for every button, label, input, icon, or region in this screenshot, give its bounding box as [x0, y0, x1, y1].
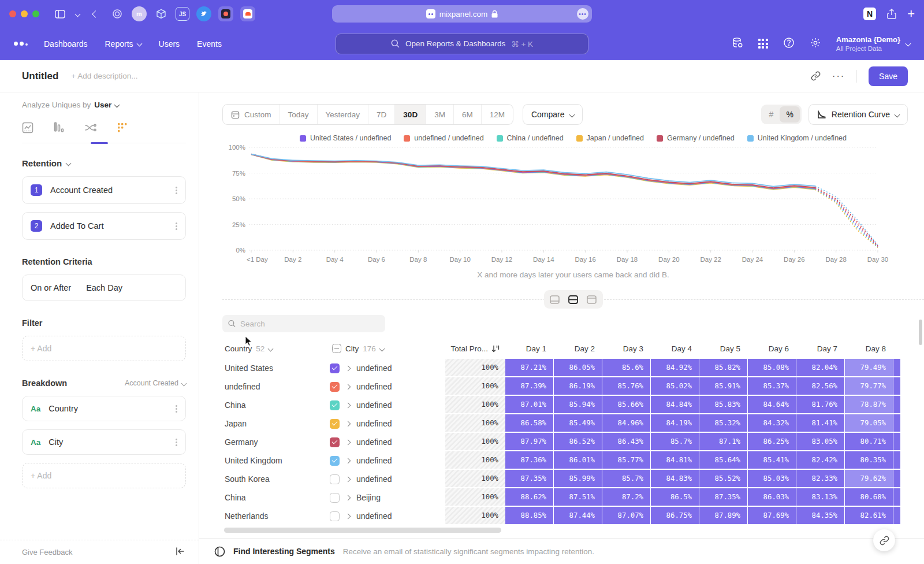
table-row[interactable]: ChinaBeijing100%88.62%87.51%87.2%86.5%87… — [222, 488, 907, 507]
country-column-header[interactable]: Country 52 — [222, 344, 330, 353]
mixpanel-logo[interactable] — [14, 42, 28, 46]
retention-value-cell[interactable]: 85.41% — [748, 451, 796, 470]
extension-icon-bird[interactable] — [196, 6, 211, 21]
table-row[interactable]: Netherlandsundefined100%88.85%87.44%87.0… — [222, 507, 907, 525]
date-range-7d[interactable]: 7D — [368, 105, 395, 124]
breakdown-options-icon[interactable] — [176, 408, 177, 410]
retention-value-cell[interactable]: 86.75% — [651, 507, 699, 525]
add-breakdown-button[interactable]: + Add — [22, 463, 186, 488]
save-button[interactable]: Save — [869, 66, 908, 86]
copy-link-icon[interactable] — [811, 71, 821, 81]
extension-icon-soundcloud[interactable] — [240, 6, 255, 21]
retention-value-cell[interactable]: 85.64% — [699, 451, 748, 470]
step-options-icon[interactable] — [176, 190, 177, 191]
retention-value-cell[interactable]: 85.76% — [602, 377, 651, 396]
retention-value-cell[interactable]: 86.05% — [554, 359, 602, 377]
retention-value-cell[interactable]: 85.66% — [602, 396, 651, 414]
retention-value-cell[interactable]: 80.68% — [845, 488, 893, 507]
retention-value-cell[interactable]: 86.25% — [748, 433, 796, 451]
legend-item[interactable]: undefined / undefined — [404, 134, 483, 142]
tab-funnels[interactable] — [53, 122, 65, 136]
day-column-header[interactable]: Day 7 — [796, 344, 845, 353]
retention-value-cell[interactable]: 85.32% — [699, 414, 748, 433]
day-column-header[interactable]: Day 5 — [699, 344, 748, 353]
expand-row-icon[interactable] — [345, 476, 351, 482]
date-range-3m[interactable]: 3M — [426, 105, 454, 124]
extension-icon-patreon[interactable] — [218, 6, 233, 21]
legend-item[interactable]: Japan / undefined — [576, 134, 644, 142]
retention-value-cell[interactable]: 85.03% — [748, 470, 796, 488]
retention-value-cell[interactable]: 81.76% — [796, 396, 845, 414]
notion-extension-icon[interactable]: N — [863, 8, 876, 20]
collapse-sidebar-icon[interactable] — [176, 547, 185, 557]
criteria-mode[interactable]: On or After — [31, 283, 71, 292]
expand-row-icon[interactable] — [345, 439, 351, 445]
retention-value-cell[interactable]: 86.58% — [505, 414, 554, 433]
select-all-checkbox[interactable] — [332, 344, 341, 353]
retention-value-cell[interactable]: 87.97% — [505, 433, 554, 451]
horizontal-scrollbar[interactable] — [224, 528, 501, 533]
zoom-window-button[interactable] — [32, 10, 39, 17]
sidebar-toggle-icon[interactable] — [55, 10, 65, 18]
retention-value-cell[interactable]: 85.94% — [554, 396, 602, 414]
date-range-12m[interactable]: 12M — [482, 105, 513, 124]
table-row[interactable]: United Statesundefined100%87.21%86.05%85… — [222, 359, 907, 377]
more-options-icon[interactable]: ··· — [832, 71, 845, 81]
retention-value-cell[interactable]: 87.2% — [602, 488, 651, 507]
retention-value-cell[interactable]: 85.02% — [651, 377, 699, 396]
apps-grid-icon[interactable] — [758, 39, 768, 49]
retention-value-cell[interactable]: 85.83% — [699, 396, 748, 414]
retention-section-title[interactable]: Retention — [22, 158, 62, 168]
extension-icon-js[interactable]: JS — [176, 7, 189, 21]
back-button[interactable] — [93, 12, 98, 17]
retention-value-cell[interactable]: 87.21% — [505, 359, 554, 377]
retention-value-cell[interactable]: 80.35% — [845, 451, 893, 470]
retention-value-cell[interactable]: 84.83% — [651, 470, 699, 488]
table-row[interactable]: Japanundefined100%86.58%85.49%84.96%84.1… — [222, 414, 907, 433]
retention-value-cell[interactable]: 79.77% — [845, 377, 893, 396]
retention-value-cell[interactable]: 84.81% — [651, 451, 699, 470]
retention-value-cell[interactable]: 86.5% — [651, 488, 699, 507]
retention-value-cell[interactable]: 87.36% — [505, 451, 554, 470]
day-column-header[interactable]: Day 3 — [602, 344, 651, 353]
legend-item[interactable]: United Kingdom / undefined — [747, 134, 847, 142]
nav-item-dashboards[interactable]: Dashboards — [44, 39, 88, 49]
tab-flows[interactable] — [84, 122, 97, 136]
give-feedback-link[interactable]: Give Feedback — [22, 548, 72, 556]
compare-button[interactable]: Compare — [523, 104, 583, 125]
retention-value-cell[interactable]: 84.32% — [748, 414, 796, 433]
day-column-header[interactable]: Day 8 — [845, 344, 893, 353]
row-checkbox[interactable] — [330, 493, 340, 503]
settings-gear-icon[interactable] — [810, 37, 821, 51]
expand-row-icon[interactable] — [345, 458, 351, 463]
count-toggle[interactable]: # — [763, 106, 780, 123]
retention-value-cell[interactable]: 84.64% — [748, 396, 796, 414]
retention-value-cell[interactable]: 85.7% — [651, 433, 699, 451]
row-checkbox[interactable] — [330, 511, 340, 521]
retention-value-cell[interactable]: 85.08% — [748, 359, 796, 377]
retention-value-cell[interactable]: 86.01% — [554, 451, 602, 470]
close-window-button[interactable] — [9, 10, 16, 17]
table-row[interactable]: South Koreaundefined100%87.35%85.99%85.7… — [222, 470, 907, 488]
add-description-placeholder[interactable]: + Add description... — [71, 72, 137, 80]
legend-item[interactable]: United States / undefined — [300, 134, 391, 142]
date-range-6m[interactable]: 6M — [454, 105, 482, 124]
help-icon[interactable] — [783, 37, 795, 51]
tab-chevron-icon[interactable] — [76, 12, 80, 16]
retention-value-cell[interactable]: 85.91% — [699, 377, 748, 396]
retention-value-cell[interactable]: 85.77% — [602, 451, 651, 470]
nav-item-reports[interactable]: Reports — [105, 39, 141, 49]
day-column-header[interactable]: Day 2 — [554, 344, 602, 353]
url-options-icon[interactable]: ••• — [577, 8, 588, 20]
retention-value-cell[interactable]: 79.49% — [845, 359, 893, 377]
breakdown-options-icon[interactable] — [176, 441, 177, 443]
extension-icon-target[interactable] — [110, 6, 125, 21]
nav-item-events[interactable]: Events — [197, 39, 222, 49]
row-checkbox[interactable] — [330, 363, 340, 373]
retention-value-cell[interactable]: 78.87% — [845, 396, 893, 414]
retention-value-cell[interactable]: 81.41% — [796, 414, 845, 433]
retention-value-cell[interactable]: 88.85% — [505, 507, 554, 525]
row-checkbox[interactable] — [330, 400, 340, 410]
retention-value-cell[interactable]: 86.43% — [602, 433, 651, 451]
data-management-icon[interactable] — [732, 37, 743, 51]
